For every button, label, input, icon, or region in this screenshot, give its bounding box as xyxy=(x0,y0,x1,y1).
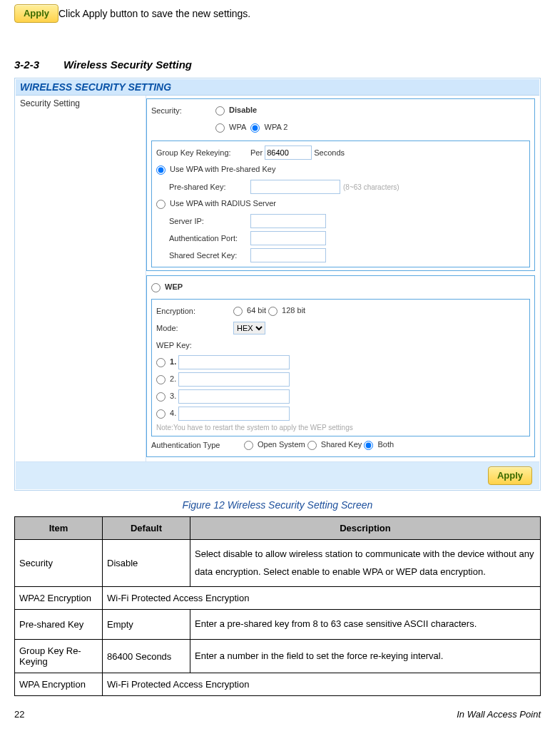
cell-desc: Enter a number in the field to set the f… xyxy=(190,640,541,673)
sskey-input[interactable] xyxy=(250,248,326,262)
cell-default: 86400 Seconds xyxy=(103,640,190,673)
radio-key3[interactable]: 3. xyxy=(156,392,176,402)
cell-default: Empty xyxy=(103,610,190,640)
wepkey3-input[interactable] xyxy=(178,389,290,404)
cell-item: Pre-shared Key xyxy=(15,610,103,640)
wep-label-text: WEP xyxy=(165,282,183,291)
enc-label: Encryption: xyxy=(156,307,233,315)
cell-item: Security xyxy=(15,540,103,587)
cell-desc: Wi-Fi Protected Access Encryption xyxy=(103,673,541,696)
radio-key4[interactable]: 4. xyxy=(156,409,176,419)
apply-button-top[interactable]: Apply xyxy=(14,4,58,23)
sskey-label: Shared Secret Key: xyxy=(169,251,250,260)
footer-title: In Wall Access Point xyxy=(457,709,541,720)
gkr-label: Group Key Rekeying: xyxy=(156,148,250,157)
wep-options-block: Encryption: 64 bit 128 bit Mode: HEX WEP… xyxy=(151,299,530,436)
th-description: Description xyxy=(190,517,541,540)
wepkey-label: WEP Key: xyxy=(156,341,233,349)
auth-type-label: Authentication Type xyxy=(151,441,244,449)
radio-both[interactable]: Both xyxy=(364,440,394,450)
gkr-prefix: Per xyxy=(250,148,263,157)
mode-label: Mode: xyxy=(156,324,233,332)
radio-key2[interactable]: 2. xyxy=(156,374,176,384)
radio-wep[interactable]: WEP xyxy=(151,282,183,292)
k3-text: 3. xyxy=(170,392,176,400)
security-mode-block: Security: Disable WPA WPA 2 Group Key Re… xyxy=(146,98,535,271)
radio-wpa2[interactable]: WPA 2 xyxy=(250,123,287,133)
radio-open[interactable]: Open System xyxy=(244,440,305,450)
th-item: Item xyxy=(15,517,103,540)
wepkey1-input[interactable] xyxy=(178,355,290,369)
description-table: Item Default Description Security Disabl… xyxy=(14,516,541,696)
cell-default: Disable xyxy=(103,540,190,587)
table-row: Security Disable Select disable to allow… xyxy=(15,540,541,587)
authport-label: Authentication Port: xyxy=(169,234,250,242)
radio-128bit[interactable]: 128 bit xyxy=(268,306,305,316)
psk-radio-text: Use WPA with Pre-shared Key xyxy=(170,165,275,173)
opt-wpa-text: WPA xyxy=(229,123,246,131)
wepkey2-input[interactable] xyxy=(178,372,290,387)
radio-wpa[interactable]: WPA xyxy=(215,123,246,133)
radio-use-psk[interactable]: Use WPA with Pre-shared Key xyxy=(156,165,275,175)
enc-64-text: 64 bit xyxy=(247,306,266,315)
enc-128-text: 128 bit xyxy=(282,306,305,315)
wepkey4-input[interactable] xyxy=(178,407,290,421)
cell-desc: Wi-Fi Protected Access Encryption xyxy=(103,587,541,610)
radio-disable[interactable]: Disable xyxy=(215,106,257,116)
radio-shared[interactable]: Shared Key xyxy=(307,440,362,450)
apply-button-panel[interactable]: Apply xyxy=(488,466,532,485)
section-number: 3-2-3 xyxy=(14,58,39,71)
psk-hint: (8~63 characters) xyxy=(343,183,399,191)
mode-select[interactable]: HEX xyxy=(233,322,265,334)
auth-both-text: Both xyxy=(377,440,394,449)
panel-left-label: Security Setting xyxy=(16,96,146,461)
serverip-input[interactable] xyxy=(250,214,326,228)
section-heading: 3-2-3Wireless Security Setting xyxy=(14,58,541,71)
page-number: 22 xyxy=(14,709,24,720)
gkr-input[interactable] xyxy=(265,145,312,160)
auth-open-text: Open System xyxy=(258,440,305,449)
security-panel: WIRELESS SECURITY SETTING Security Setti… xyxy=(14,78,541,491)
cell-desc: Select disable to allow wireless station… xyxy=(190,540,541,587)
k1-text: 1. xyxy=(170,357,176,366)
radio-key1[interactable]: 1. xyxy=(156,357,176,367)
table-row: Group Key Re-Keying 86400 Seconds Enter … xyxy=(15,640,541,673)
psk-input[interactable] xyxy=(250,180,340,194)
cell-item: WPA Encryption xyxy=(15,673,103,696)
opt-wpa2-text: WPA 2 xyxy=(265,123,288,131)
table-row: WPA2 Encryption Wi-Fi Protected Access E… xyxy=(15,587,541,610)
opt-disable-text: Disable xyxy=(229,106,257,114)
gkr-suffix: Seconds xyxy=(314,148,345,157)
figure-caption: Figure 12 Wireless Security Setting Scre… xyxy=(14,499,541,511)
security-label: Security: xyxy=(151,106,215,115)
wep-block: WEP Encryption: 64 bit 128 bit Mode: HEX… xyxy=(146,275,535,457)
authport-input[interactable] xyxy=(250,231,326,245)
cell-item: WPA2 Encryption xyxy=(15,587,103,610)
psk-label: Pre-shared Key: xyxy=(169,183,250,191)
th-default: Default xyxy=(103,517,190,540)
k4-text: 4. xyxy=(170,409,176,417)
radio-64bit[interactable]: 64 bit xyxy=(233,306,266,316)
k2-text: 2. xyxy=(170,374,176,383)
wpa-options-block: Group Key Rekeying: Per Seconds Use WPA … xyxy=(151,141,530,267)
wep-note: Note:You have to restart the system to a… xyxy=(156,422,525,433)
serverip-label: Server IP: xyxy=(169,217,250,225)
cell-desc: Enter a pre-shared key from 8 to 63 case… xyxy=(190,610,541,640)
section-title: Wireless Security Setting xyxy=(63,58,192,71)
radius-radio-text: Use WPA with RADIUS Server xyxy=(170,199,276,208)
radio-use-radius[interactable]: Use WPA with RADIUS Server xyxy=(156,199,276,209)
cell-item: Group Key Re-Keying xyxy=(15,640,103,673)
table-row: Pre-shared Key Empty Enter a pre-shared … xyxy=(15,610,541,640)
auth-shared-text: Shared Key xyxy=(321,440,362,449)
table-row: WPA Encryption Wi-Fi Protected Access En… xyxy=(15,673,541,696)
panel-title: WIRELESS SECURITY SETTING xyxy=(16,79,539,96)
apply-help-text: Click Apply button to save the new setti… xyxy=(58,8,250,19)
